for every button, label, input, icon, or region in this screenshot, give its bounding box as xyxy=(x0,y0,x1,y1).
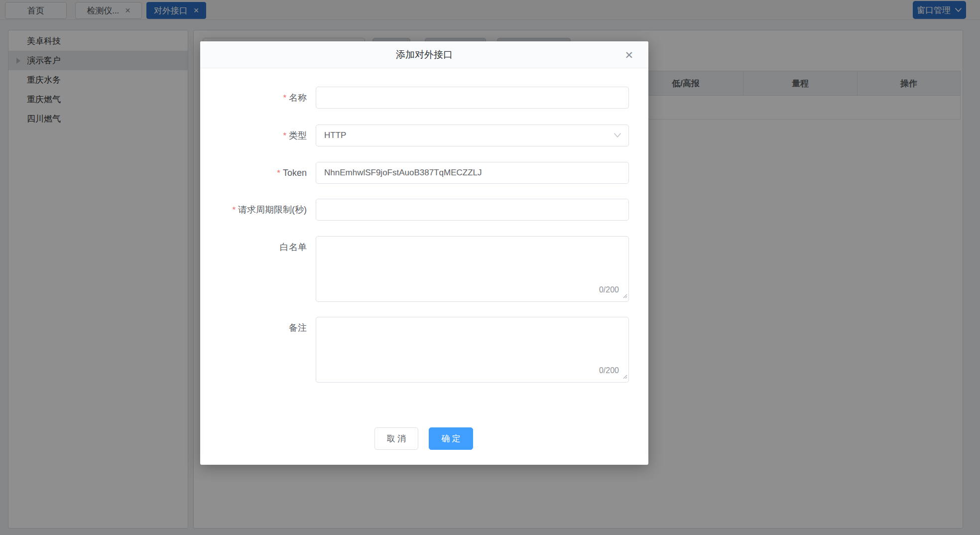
char-counter: 0/200 xyxy=(599,367,619,375)
name-input[interactable] xyxy=(316,87,629,109)
whitelist-textarea[interactable] xyxy=(316,236,629,302)
add-external-interface-dialog: 添加对外接口 ✕ *名称 *类型 HTTP xyxy=(200,41,648,465)
dialog-header: 添加对外接口 ✕ xyxy=(200,41,648,68)
field-label: *Token xyxy=(200,162,307,184)
resize-handle-icon[interactable] xyxy=(621,291,627,300)
screen: 首页 检测仪... × 对外接口 × 窗口管理 美卓科技 演示客户 重庆水务 重… xyxy=(0,0,980,535)
required-mark: * xyxy=(283,93,286,103)
field-label: *请求周期限制(秒) xyxy=(200,199,307,221)
required-mark: * xyxy=(232,205,236,215)
field-label: 备注 xyxy=(200,317,307,339)
resize-handle-icon[interactable] xyxy=(621,372,627,381)
dialog-title: 添加对外接口 xyxy=(396,48,453,61)
char-counter: 0/200 xyxy=(599,286,619,294)
close-icon[interactable]: ✕ xyxy=(624,49,633,60)
cancel-button[interactable]: 取 消 xyxy=(374,427,418,450)
request-period-input[interactable] xyxy=(316,199,629,221)
required-mark: * xyxy=(277,168,280,178)
field-label: 白名单 xyxy=(200,236,307,258)
required-mark: * xyxy=(283,131,286,140)
chevron-down-icon xyxy=(613,131,621,140)
dialog-footer: 取 消 确 定 xyxy=(200,427,648,450)
field-label: *名称 xyxy=(200,87,307,109)
token-input[interactable] xyxy=(316,162,629,184)
type-select[interactable]: HTTP xyxy=(316,125,629,146)
confirm-button[interactable]: 确 定 xyxy=(429,427,473,450)
remark-textarea[interactable] xyxy=(316,317,629,383)
type-select-value: HTTP xyxy=(324,131,346,140)
field-label: *类型 xyxy=(200,125,307,147)
